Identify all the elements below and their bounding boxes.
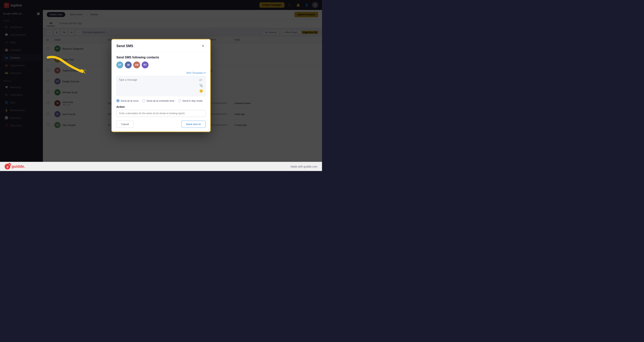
send-sms-modal: Send SMS ✕ Send SMS following contacts D… — [111, 39, 211, 132]
tag-icon[interactable]: 🏷 — [199, 78, 203, 82]
modal-title: Send SMS — [116, 44, 133, 48]
send-options: Send all at once Send all at schedule ti… — [116, 99, 206, 102]
modal-close-button[interactable]: ✕ — [200, 43, 206, 49]
radio-drip[interactable] — [178, 99, 181, 102]
cancel-button[interactable]: Cancel — [116, 121, 134, 128]
guidde-text: guidde. — [12, 164, 25, 169]
contact-chip-jb: JB — [125, 62, 132, 68]
guidde-logo: g 15 guidde. — [4, 164, 25, 170]
send-all-at-once-label: Send all at once — [120, 100, 138, 102]
guidde-icon-wrap: g 15 — [4, 164, 10, 170]
message-icons: 🏷 📎 🙂 — [199, 78, 203, 94]
radio-schedule[interactable] — [142, 99, 145, 102]
send-sms-button[interactable]: Send sms to — [181, 121, 206, 128]
emoji-icon[interactable]: 🙂 — [199, 89, 203, 93]
message-input[interactable] — [119, 78, 198, 94]
send-drip-mode-option[interactable]: Send in drip mode — [178, 99, 203, 102]
made-with-text: Made with guidde.com — [290, 165, 318, 168]
chevron-down-icon: ▾ — [204, 72, 206, 74]
svg-marker-0 — [80, 69, 86, 74]
modal-footer: Cancel Send sms to — [116, 121, 206, 128]
send-at-schedule-option[interactable]: Send all at schedule time — [142, 99, 174, 102]
guidde-badge: 15 — [8, 163, 11, 166]
send-drip-label: Send in drip mode — [182, 100, 203, 102]
send-all-at-once-option[interactable]: Send all at once — [116, 99, 138, 102]
modal-header: Send SMS ✕ — [112, 40, 210, 52]
contact-chip-rt: RT — [142, 62, 148, 68]
arrow-annotation — [44, 54, 94, 77]
guidde-g-icon: g 15 — [4, 164, 10, 170]
message-area-wrap: 🏷 📎 🙂 — [116, 76, 206, 96]
contact-chip-am: AM — [133, 62, 140, 68]
radio-all-at-once[interactable] — [116, 99, 120, 102]
attachment-icon[interactable]: 📎 — [199, 84, 203, 87]
modal-body: Send SMS following contacts DT JB AM RT … — [112, 52, 210, 132]
send-schedule-label: Send all at schedule time — [146, 100, 174, 102]
action-input[interactable] — [116, 110, 206, 117]
contact-chips-row: DT JB AM RT — [116, 62, 206, 68]
templates-label: SMS Templates — [186, 72, 204, 74]
templates-row: SMS Templates ▾ — [116, 72, 206, 74]
contact-chip-dt: DT — [116, 62, 123, 68]
sms-templates-button[interactable]: SMS Templates ▾ — [186, 72, 206, 74]
sms-subtitle: Send SMS following contacts — [116, 56, 206, 59]
action-label: Action — [116, 105, 206, 108]
modal-overlay: Send SMS ✕ Send SMS following contacts D… — [0, 0, 322, 171]
footer-bar: g 15 guidde. Made with guidde.com — [0, 162, 322, 171]
